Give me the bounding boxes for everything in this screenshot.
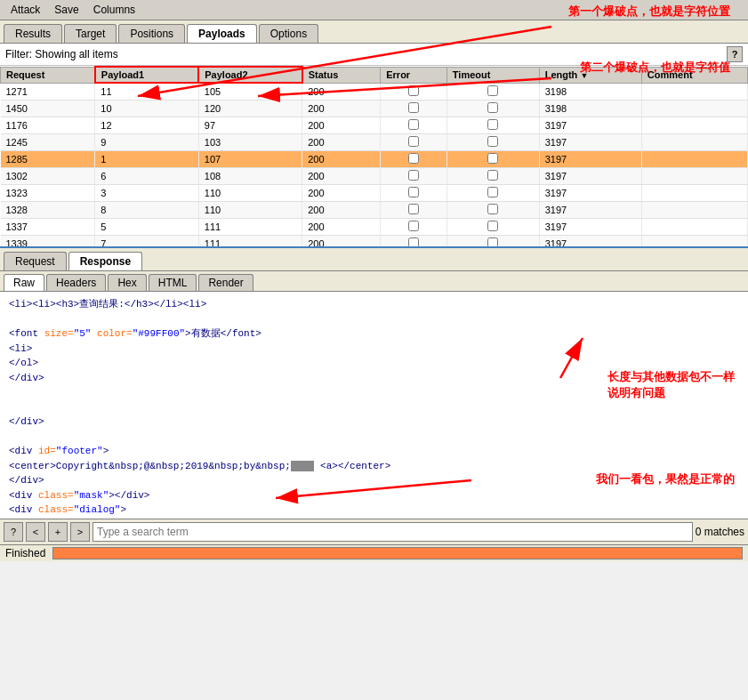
next-search-button[interactable]: > <box>70 522 90 542</box>
menu-columns[interactable]: Columns <box>86 2 142 18</box>
results-table: Request Payload1 Payload2 Status Error T… <box>0 66 748 248</box>
cell-timeout[interactable] <box>446 100 539 117</box>
cell-payload1: 8 <box>95 201 198 218</box>
cell-error-checkbox[interactable] <box>408 187 419 197</box>
col-header-payload1[interactable]: Payload1 <box>95 67 198 83</box>
cell-timeout-checkbox[interactable] <box>487 187 498 197</box>
cell-request: 1302 <box>1 167 95 184</box>
cell-comment <box>641 184 747 201</box>
table-row[interactable]: 128511072003197 <box>1 150 748 167</box>
cell-error[interactable] <box>381 235 447 248</box>
cell-timeout[interactable] <box>446 150 539 167</box>
cell-status: 200 <box>302 133 381 150</box>
menu-save[interactable]: Save <box>47 2 85 18</box>
menu-attack[interactable]: Attack <box>4 2 47 18</box>
cell-timeout-checkbox[interactable] <box>487 237 498 248</box>
cell-error-checkbox[interactable] <box>408 153 419 164</box>
cell-timeout-checkbox[interactable] <box>487 119 498 130</box>
cell-comment <box>641 83 747 100</box>
status-text: Finished <box>5 547 45 559</box>
tab-results[interactable]: Results <box>4 24 62 43</box>
col-header-request[interactable]: Request <box>1 67 95 83</box>
cell-timeout[interactable] <box>446 133 539 150</box>
cell-payload2: 111 <box>198 235 302 248</box>
table-row[interactable]: 132881102003197 <box>1 201 748 218</box>
cell-error[interactable] <box>381 167 447 184</box>
col-header-payload2[interactable]: Payload2 <box>198 67 302 83</box>
sub-tab-headers[interactable]: Headers <box>46 274 106 291</box>
search-input[interactable] <box>92 522 693 542</box>
help-button[interactable]: ? <box>727 46 743 62</box>
cell-error-checkbox[interactable] <box>408 170 419 181</box>
cell-error[interactable] <box>381 117 447 133</box>
panel-tab-request[interactable]: Request <box>4 252 67 270</box>
cell-timeout[interactable] <box>446 218 539 235</box>
cell-timeout[interactable] <box>446 117 539 133</box>
sub-tab-hex[interactable]: Hex <box>108 274 146 291</box>
table-row[interactable]: 124591032003197 <box>1 133 748 150</box>
cell-error[interactable] <box>381 133 447 150</box>
main-tabs: Results Target Positions Payloads Option… <box>0 20 748 44</box>
cell-status: 200 <box>302 218 381 235</box>
cell-timeout-checkbox[interactable] <box>487 153 498 164</box>
table-row[interactable]: 130261082003197 <box>1 167 748 184</box>
cell-timeout-checkbox[interactable] <box>487 170 498 181</box>
cell-error-checkbox[interactable] <box>408 237 419 248</box>
tab-payloads[interactable]: Payloads <box>187 24 257 43</box>
panel-tab-response[interactable]: Response <box>68 252 142 270</box>
cell-timeout-checkbox[interactable] <box>487 102 498 113</box>
cell-error-checkbox[interactable] <box>408 221 419 231</box>
cell-timeout[interactable] <box>446 184 539 201</box>
cell-error-checkbox[interactable] <box>408 136 419 147</box>
cell-timeout-checkbox[interactable] <box>487 136 498 147</box>
cell-timeout[interactable] <box>446 167 539 184</box>
table-row[interactable]: 132331102003197 <box>1 184 748 201</box>
results-table-container[interactable]: Request Payload1 Payload2 Status Error T… <box>0 66 748 248</box>
col-header-timeout[interactable]: Timeout <box>446 67 539 83</box>
cell-error[interactable] <box>381 150 447 167</box>
table-row[interactable]: 1271111052003198 <box>1 83 748 100</box>
cell-comment <box>641 100 747 117</box>
cell-length: 3198 <box>539 100 641 117</box>
cell-timeout-checkbox[interactable] <box>487 204 498 214</box>
cell-timeout-checkbox[interactable] <box>487 221 498 231</box>
cell-error[interactable] <box>381 201 447 218</box>
cell-timeout[interactable] <box>446 235 539 248</box>
table-row[interactable]: 1450101202003198 <box>1 100 748 117</box>
cell-payload1: 9 <box>95 133 198 150</box>
tab-positions[interactable]: Positions <box>118 24 185 43</box>
sub-tab-render[interactable]: Render <box>198 274 253 291</box>
sub-tab-html[interactable]: HTML <box>149 274 197 291</box>
table-row[interactable]: 133971112003197 <box>1 235 748 248</box>
cell-error-checkbox[interactable] <box>408 119 419 130</box>
cell-length: 3197 <box>539 235 641 248</box>
add-search-button[interactable]: + <box>48 522 68 542</box>
cell-timeout[interactable] <box>446 83 539 100</box>
cell-timeout-checkbox[interactable] <box>487 85 498 96</box>
cell-length: 3197 <box>539 133 641 150</box>
col-header-comment[interactable]: Comment <box>641 67 747 83</box>
cell-error[interactable] <box>381 83 447 100</box>
col-header-status[interactable]: Status <box>302 67 381 83</box>
code-area: <li><li><h3>查询结果:</h3></li><li> <font si… <box>0 292 748 519</box>
col-header-length[interactable]: Length ▼ <box>539 67 641 83</box>
help-search-button[interactable]: ? <box>4 522 23 542</box>
cell-timeout[interactable] <box>446 201 539 218</box>
table-row[interactable]: 117612972003197 <box>1 117 748 133</box>
prev-search-button[interactable]: < <box>26 522 45 542</box>
table-row[interactable]: 133751112003197 <box>1 218 748 235</box>
code-line: <div class="dialog"> <box>9 503 739 518</box>
tab-target[interactable]: Target <box>64 24 117 43</box>
cell-error-checkbox[interactable] <box>408 85 419 96</box>
cell-request: 1339 <box>1 235 95 248</box>
cell-error[interactable] <box>381 100 447 117</box>
cell-error-checkbox[interactable] <box>408 102 419 113</box>
sub-tab-raw[interactable]: Raw <box>4 274 44 291</box>
cell-length: 3198 <box>539 83 641 100</box>
cell-status: 200 <box>302 235 381 248</box>
col-header-error[interactable]: Error <box>381 67 447 83</box>
cell-error[interactable] <box>381 218 447 235</box>
cell-error-checkbox[interactable] <box>408 204 419 214</box>
cell-error[interactable] <box>381 184 447 201</box>
tab-options[interactable]: Options <box>259 24 318 43</box>
